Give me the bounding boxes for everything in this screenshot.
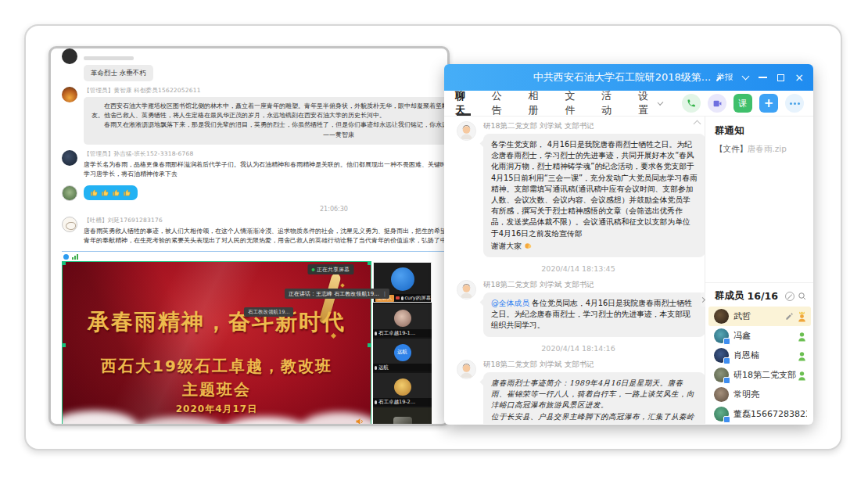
member-name: 董磊15667283823 — [733, 408, 807, 420]
avatar[interactable] — [62, 87, 77, 102]
selection-handle — [368, 343, 371, 347]
search-icon[interactable] — [798, 292, 807, 301]
participant-avatar — [394, 310, 411, 327]
mute-all-icon[interactable] — [785, 292, 794, 301]
selection-handle — [63, 262, 66, 265]
timestamp: 2020/4/14 18:14:16 — [452, 344, 705, 353]
voice-call-button[interactable] — [682, 94, 701, 113]
maximize-button[interactable] — [777, 74, 784, 81]
group-class-button[interactable]: 课 — [733, 94, 752, 113]
sender-name: 【吐槽】刘延17691283176 — [84, 217, 450, 224]
qq-group-window: 中共西安石油大学石工院研2018级第... 举报 × 聊天 公告 相册 文件 活… — [444, 64, 813, 425]
participant-label: 石工卓越19-2… — [378, 399, 415, 406]
slide-subtitle: 西石大19级石工卓越，教改班 — [63, 356, 371, 377]
video-call-button[interactable] — [708, 94, 726, 113]
screen-share-banner-text: 正在共享屏幕 — [317, 266, 350, 274]
sender-name: 【管理员】孙吉猛-班长152-3318-6768 — [84, 150, 450, 158]
slide-title: 承春雨精神，奋斗新时代 — [63, 307, 371, 337]
chevron-down-icon[interactable] — [742, 73, 750, 81]
bubble-paragraph: 春雨又在淅淅沥沥地飘落下来，那是我们先辈的泪目，英勇的烈士，你虽然牺牲了，但是你… — [91, 120, 450, 130]
thanks-text: 谢谢大家 — [491, 241, 522, 252]
participant-tile[interactable]: 石工教改… — [373, 407, 432, 426]
members-count: 16/16 — [748, 290, 778, 302]
participant-tile[interactable]: 石工卓越19-2… — [373, 373, 432, 406]
file-label: 【文件】 — [715, 144, 748, 153]
participant-tile[interactable]: 远航 远航 — [373, 339, 432, 371]
participant-tile[interactable]: 石工卓越19-1… — [373, 304, 432, 337]
group-tab-bar: 聊天 公告 相册 文件 活动 设置 课 + — [444, 91, 813, 117]
thumbs-up-icon — [123, 188, 131, 197]
thumbs-up-bubble — [84, 185, 138, 200]
chat-bubble: 在西安石油大学雁塔校区图书馆北侧的林木中，矗立着一座青年的雕塑。青年呈半俯身状，… — [84, 97, 450, 145]
tab-chat[interactable]: 聊天 — [455, 91, 472, 116]
member-row[interactable]: 冯鑫 — [708, 326, 811, 346]
shared-slide: 承春雨精神，奋斗新时代 西石大19级石工卓越，教改班 主题班会 2020年4月1… — [63, 262, 371, 426]
selection-handle — [63, 343, 66, 347]
avatar[interactable] — [457, 280, 476, 299]
chat-bubble: 革命烈士 永垂不朽 — [84, 65, 153, 81]
participant-strip: 主讲人 cury的屏幕共享 石工卓越19-1… 远航 远航 — [373, 262, 432, 426]
avatar[interactable] — [457, 360, 476, 379]
group-notice-file[interactable]: 【文件】唐春雨.zip — [715, 144, 807, 155]
chat-message-area[interactable]: 研18第二党支部 刘学斌 支部书记 各学生党支部， 4月16日是我院唐春雨烈士牺… — [444, 117, 705, 424]
timestamp: 2020/4/14 18:13:45 — [452, 264, 705, 273]
thumbs-up-icon — [101, 188, 109, 197]
more-button[interactable] — [785, 94, 804, 113]
minimize-button[interactable] — [759, 77, 767, 78]
timestamp: 21:06:30 — [60, 206, 450, 213]
collapse-sidebar-handle[interactable] — [701, 292, 705, 307]
avatar[interactable] — [62, 185, 77, 201]
recording-dot-icon — [311, 268, 314, 271]
speaker-name-tooltip: 石工教改领航19... — [244, 307, 293, 317]
tab-album[interactable]: 相册 — [529, 91, 546, 116]
avatar[interactable] — [457, 121, 476, 141]
fist-palm-emoji — [524, 242, 533, 250]
member-row[interactable]: 肖恩楠 — [708, 346, 811, 365]
group-owner-icon — [797, 311, 807, 322]
window-titlebar: 中共西安石油大学石工院研2018级第... 举报 × — [444, 64, 813, 91]
mic-icon — [375, 366, 377, 370]
member-row[interactable]: 研18第二党支部 — [708, 365, 811, 385]
qq-message-3: 研18第二党支部 刘学斌 支部书记 唐春雨烈士事迹简介：1989年4月16日是星… — [452, 360, 705, 424]
group-sidebar: 群通知 【文件】唐春雨.zip 群成员 16/16 武哲 — [705, 117, 813, 424]
member-row[interactable]: 常明亮 — [708, 385, 811, 404]
speaking-tooltip-text: 正在讲话：王志峰 石工教改领航19... — [289, 290, 379, 298]
message-text: 唐学长名为春雨，品格更像春雨那样滋润着后代学子们。我认为石油精神和春雨精神是关联… — [84, 160, 450, 180]
report-button[interactable]: 举报 — [716, 72, 733, 83]
sender-name: 研18第二党支部 刘学斌 支部书记 — [483, 360, 705, 370]
app-dot-icon — [63, 254, 69, 260]
left-message-huangzhikang: 【管理员】黄智康 科创委员15622052611 在西安石油大学雁塔校区图书馆北… — [60, 87, 450, 145]
bubble-paragraph: 唐春雨烈士事迹简介：1989年4月16日是星期天。唐春雨、崔锦荣等一行八人，骑着… — [491, 378, 698, 411]
mention-all[interactable]: @全体成员 — [491, 299, 529, 307]
member-row[interactable]: 董磊15667283823 — [708, 404, 811, 424]
camera-off-icon — [396, 296, 400, 299]
participant-avatar — [391, 267, 414, 291]
new-chat-button[interactable]: + — [759, 94, 778, 113]
avatar[interactable] — [62, 217, 77, 232]
members-header: 群成员 16/16 — [715, 289, 807, 303]
window-title: 中共西安石油大学石工院研2018级第... — [533, 70, 711, 84]
bubble-text: @全体成员 各位党员同志，4月16日是我院唐春雨烈士牺牲之日。为纪念唐春雨烈士，… — [491, 298, 698, 332]
online-member-icon — [797, 370, 807, 381]
meeting-titlebar: 11:22 — [60, 252, 450, 262]
speaker-name-text: 石工教改领航19... — [248, 309, 289, 316]
tab-activity[interactable]: 活动 — [601, 91, 619, 116]
file-name: 唐春雨.zip — [748, 144, 787, 153]
chat-bubble: @全体成员 各位党员同志，4月16日是我院唐春雨烈士牺牲之日。为纪念唐春雨烈士，… — [483, 292, 705, 337]
screen-share-banner: 正在共享屏幕 — [307, 264, 353, 274]
sender-name: 【管理员】黄智康 科创委员15622052611 — [84, 87, 450, 95]
member-list[interactable]: 武哲 冯鑫 肖恩楠 研18第二党支部 常明亮 董磊15667283823 何晓茹… — [708, 307, 811, 424]
chat-bubble: 各学生党支部， 4月16日是我院唐春雨烈士牺牲之日。为纪念唐春雨烈士，学习烈士的… — [483, 134, 705, 257]
tab-files[interactable]: 文件 — [565, 91, 582, 116]
avatar[interactable] — [62, 150, 77, 166]
close-button[interactable]: × — [794, 72, 804, 83]
group-notice-title: 群通知 — [715, 124, 807, 138]
member-name: 常明亮 — [733, 389, 807, 400]
member-row[interactable]: 武哲 — [708, 307, 811, 326]
tab-announcement[interactable]: 公告 — [492, 91, 509, 116]
signature: ——黄智康 — [91, 131, 450, 140]
tab-settings[interactable]: 设置 — [638, 91, 662, 116]
selection-handle — [368, 262, 371, 265]
edit-card-icon[interactable] — [785, 312, 794, 321]
bubble-text: 各学生党支部， 4月16日是我院唐春雨烈士牺牲之日。为纪念唐春雨烈士，学习烈士的… — [491, 139, 698, 239]
